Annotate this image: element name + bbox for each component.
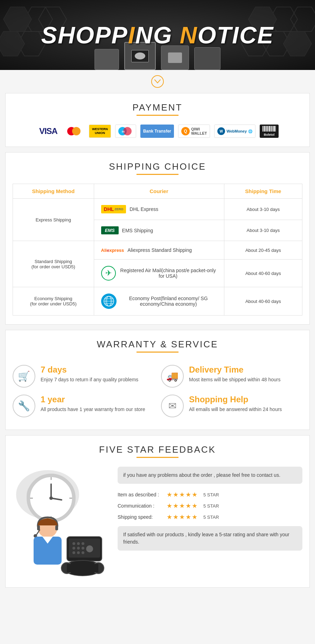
qiwi-text: QIWIWALLET: [191, 127, 207, 135]
bank-transfer-text: Bank Transfer: [143, 129, 171, 134]
communication-count: 5 STAR: [203, 503, 219, 509]
shipping-title: SHIPPING CHOICE: [13, 161, 302, 172]
shipping-speed-label: Shipping speed:: [118, 514, 163, 520]
warranty-item-help: ✉ Shopping Help All emails will be answe…: [161, 395, 302, 417]
payment-title: PAYMENT: [13, 102, 302, 113]
dhl-time: About 3-10 days: [224, 199, 302, 220]
feedback-bottom-bubble: If satisfied with our products , kindly …: [118, 526, 302, 551]
feedback-bottom-message: If satisfied with our products , kindly …: [123, 532, 289, 545]
cs-svg: [13, 467, 111, 579]
warranty-year-text: 1 year All products have 1 year warranty…: [41, 395, 154, 413]
economy-cell: Economy Post(finland economy/ SG economy…: [94, 287, 224, 316]
svg-marker-11: [4, 7, 31, 31]
svg-rect-33: [55, 525, 58, 530]
shipping-row-1: Express Shipping DHLZERO DHL Express Abo…: [13, 199, 302, 220]
svg-point-48: [86, 545, 93, 552]
dhl-logo: DHLZERO: [101, 205, 126, 213]
warranty-title: WARRANTY & SERVICE: [13, 339, 302, 350]
returns-desc: Enjoy 7 days to return if any quality pr…: [41, 376, 154, 383]
svg-point-41: [82, 542, 84, 545]
shipping-speed-count: 5 STAR: [203, 515, 219, 520]
airmail-logo: ✈: [101, 266, 116, 281]
ali-time: About 20-45 days: [224, 241, 302, 260]
airmail-name: Registered Air Mail(china post/e packet-…: [119, 268, 217, 279]
shipping-method-header: Shipping Method: [13, 184, 94, 199]
payment-title-underline: [136, 115, 178, 116]
svg-point-26: [49, 496, 53, 500]
feedback-title: FIVE STAR FEEDBACK: [13, 444, 302, 455]
warranty-delivery-text: Delivery Time Most items will be shipped…: [189, 365, 302, 383]
help-desc: All emails will be answered within 24 ho…: [189, 406, 302, 413]
ems-time: About 3-10 days: [224, 220, 302, 241]
feedback-title-underline: [136, 457, 178, 458]
year-desc: All products have 1 year warranty from o…: [41, 406, 154, 413]
warranty-item-delivery: 🚚 Delivery Time Most items will be shipp…: [161, 365, 302, 388]
hero-banner: SHOPPING NOTICE: [0, 0, 315, 70]
feedback-top-message: if you have any problems about the order…: [123, 472, 280, 478]
ems-name: EMS Shipping: [122, 228, 153, 233]
returns-title: 7 days: [41, 365, 154, 375]
warranty-returns-text: 7 days Enjoy 7 days to return if any qua…: [41, 365, 154, 383]
svg-marker-14: [0, 31, 24, 56]
warranty-grid: 🛒 7 days Enjoy 7 days to return if any q…: [13, 361, 302, 421]
airmail-cell: ✈ Registered Air Mail(china post/e packe…: [94, 260, 224, 287]
svg-point-46: [77, 551, 80, 554]
qiwi-logo: Q QIWIWALLET: [178, 125, 210, 138]
svg-point-42: [72, 547, 75, 550]
boletol-text: Boletol: [264, 133, 275, 136]
svg-rect-52: [67, 564, 98, 572]
economy-shipping-label: Economy Shipping(for order under USD5): [13, 287, 94, 316]
dhl-cell: DHLZERO DHL Express: [94, 199, 224, 220]
shipping-section: SHIPPING CHOICE Shipping Method Courier …: [5, 152, 310, 325]
warranty-section: WARRANTY & SERVICE 🛒 7 days Enjoy 7 days…: [5, 330, 310, 430]
rating-row-communication: Communication : ★★★★★ 5 STAR: [118, 502, 302, 510]
economy-time: About 40-60 days: [224, 287, 302, 316]
mastercard-logo: [64, 125, 85, 138]
shipping-time-header: Shipping Time: [224, 184, 302, 199]
chevron-icon: [151, 75, 164, 88]
chevron-section: [0, 70, 315, 93]
ali-name: Aliexpress Standard Shipping: [127, 247, 192, 253]
shipping-title-underline: [136, 174, 178, 175]
airmail-time: About 40-60 days: [224, 260, 302, 287]
feedback-top-bubble: if you have any problems about the order…: [118, 467, 302, 484]
rating-row-shipping: Shipping speed: ★★★★★ 5 STAR: [118, 513, 302, 521]
svg-marker-13: [284, 31, 312, 56]
shipping-courier-header: Courier: [94, 184, 224, 199]
ems-cell: EMS EMS Shipping: [94, 220, 224, 241]
delivery-title: Delivery Time: [189, 365, 302, 375]
standard-shipping-label: Standard Shipping(for order over USD5): [13, 241, 94, 287]
year-title: 1 year: [41, 395, 154, 404]
five-star-content: if you have any problems about the order…: [13, 467, 302, 579]
shipping-speed-stars: ★★★★★: [167, 513, 198, 521]
cart-icon: 🛒: [13, 365, 35, 388]
svg-point-45: [72, 551, 75, 554]
economy-name: Economy Post(finland economy/ SG economy…: [120, 296, 217, 307]
rating-row-item: Item as described : ★★★★★ 5 STAR: [118, 491, 302, 498]
communication-stars: ★★★★★: [167, 502, 198, 510]
svg-point-44: [82, 547, 84, 550]
svg-point-47: [82, 551, 84, 554]
wrench-icon: 🔧: [13, 395, 35, 417]
payment-logos-container: VISA WESTERN UNION m: [13, 125, 302, 138]
customer-service-illustration: [13, 467, 111, 579]
maestro-logo: m: [115, 125, 136, 138]
visa-logo: VISA: [36, 125, 60, 138]
ali-cell: Aliexpress Aliexpress Standard Shipping: [94, 241, 224, 260]
dhl-name: DHL Express: [130, 206, 158, 212]
express-shipping-label: Express Shipping: [13, 199, 94, 241]
un-logo: [101, 293, 117, 309]
shipping-table: Shipping Method Courier Shipping Time Ex…: [13, 184, 302, 316]
svg-marker-7: [290, 7, 315, 31]
ems-logo: EMS: [101, 226, 119, 234]
aliexpress-logo: Aliexpress: [101, 248, 124, 253]
truck-icon: 🚚: [161, 365, 184, 388]
svg-point-43: [77, 547, 80, 550]
feedback-right-content: if you have any problems about the order…: [118, 467, 302, 551]
webmoney-text: WebMoney: [226, 129, 247, 133]
warranty-item-returns: 🛒 7 days Enjoy 7 days to return if any q…: [13, 365, 154, 388]
warranty-help-text: Shopping Help All emails will be answere…: [189, 395, 302, 413]
webmoney-logo: W WebMoney 🌐: [214, 125, 255, 138]
shipping-row-3: Standard Shipping(for order over USD5) A…: [13, 241, 302, 260]
item-described-count: 5 STAR: [203, 492, 219, 497]
